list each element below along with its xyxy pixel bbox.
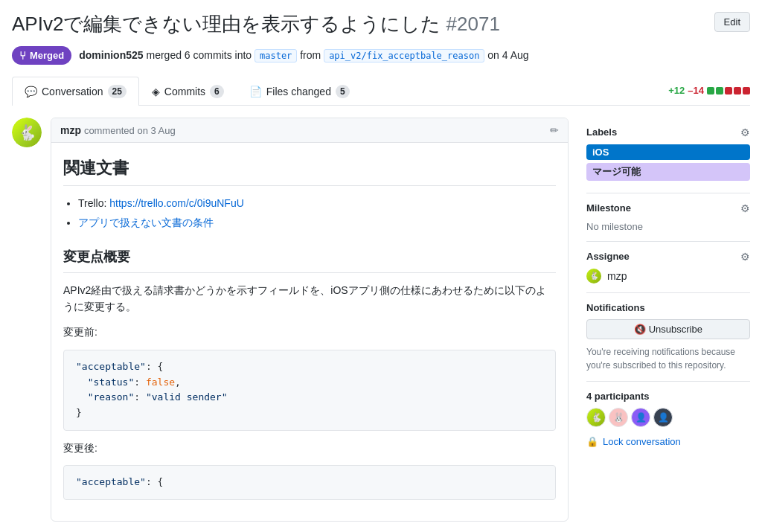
assignee-avatar: 🐇	[586, 269, 601, 283]
code-line-4: }	[76, 406, 543, 421]
code-block-after: "acceptable": {	[63, 465, 556, 500]
lock-icon: 🔒	[586, 436, 598, 447]
status-badge-label: Merged	[30, 50, 64, 61]
notifications-section: Notifications 🔇 Unsubscribe You're recei…	[586, 293, 750, 382]
unsubscribe-button[interactable]: 🔇 Unsubscribe	[586, 319, 750, 339]
participant-2: 🐰	[609, 408, 628, 427]
assignee-header: Assignee ⚙	[586, 251, 750, 263]
pr-title-text: APIv2で編集できない理由を表示するようにした	[12, 13, 441, 35]
deletions-count: –14	[688, 85, 704, 96]
conversation-count: 25	[108, 85, 127, 98]
condition-link[interactable]: アプリで扱えない文書の条件	[78, 217, 214, 228]
reference-item-2: アプリで扱えない文書の条件	[78, 214, 556, 231]
base-branch: master	[254, 49, 297, 63]
code-line-2: "status": false,	[76, 375, 543, 391]
participant-1: 🐇	[586, 408, 606, 427]
trello-link[interactable]: https://trello.com/c/0i9uNFuU	[109, 197, 244, 209]
pr-title: APIv2で編集できない理由を表示するようにした #2071	[12, 12, 702, 37]
tab-files-changed[interactable]: 📄 Files changed 5	[237, 77, 362, 106]
labels-title: Labels	[586, 126, 617, 138]
merge-icon: ⑂	[19, 49, 26, 62]
status-date: on 4 Aug	[487, 49, 528, 61]
comment-header: mzp commented on 3 Aug ✏	[51, 118, 568, 143]
files-count: 5	[336, 85, 350, 98]
files-tab-label: Files changed	[266, 86, 331, 97]
status-author: dominion525	[79, 49, 143, 61]
assignee-title: Assignee	[586, 251, 630, 262]
status-mid-text: merged 6 commits into	[146, 49, 252, 61]
participants-count: 4 participants	[586, 391, 750, 402]
files-icon: 📄	[249, 86, 262, 97]
label-merge: マージ可能	[586, 163, 750, 181]
commits-tab-label: Commits	[164, 86, 205, 97]
avatar-image: 🐇	[12, 118, 42, 147]
main-content: 🐇 mzp commented on 3 Aug ✏ 関連文書	[12, 118, 569, 532]
additions-count: +12	[668, 85, 685, 96]
trello-prefix: Trello:	[78, 197, 109, 209]
comment-edit-icon[interactable]: ✏	[550, 124, 559, 136]
notifications-header: Notifications	[586, 302, 750, 313]
notifications-title: Notifications	[586, 302, 645, 313]
diff-block-1	[707, 87, 714, 94]
diff-block-3	[725, 87, 732, 94]
comment-date: commented on 3 Aug	[84, 125, 176, 136]
head-branch: api_v2/fix_acceptbale_reason	[324, 49, 484, 63]
milestone-title: Milestone	[586, 202, 631, 214]
label-ios: iOS	[586, 144, 750, 160]
code-after-line-1: "acceptable": {	[76, 475, 543, 490]
section1-heading: 関連文書	[63, 155, 556, 186]
lock-label: Lock conversation	[603, 436, 681, 447]
code-block-before: "acceptable": { "status": false, "reason…	[63, 350, 556, 431]
assignee-row: 🐇 mzp	[586, 269, 750, 283]
section2-heading: 変更点概要	[63, 246, 556, 273]
labels-gear-icon[interactable]: ⚙	[740, 126, 750, 138]
milestone-section: Milestone ⚙ No milestone	[586, 193, 750, 242]
code-line-1: "acceptable": {	[76, 359, 543, 375]
before-label: 変更前:	[63, 324, 556, 340]
comment-meta: mzp commented on 3 Aug	[60, 124, 176, 136]
commits-count: 6	[210, 85, 224, 98]
avatar: 🐇	[12, 118, 42, 147]
edit-button[interactable]: Edit	[714, 12, 750, 32]
notification-text: You're receiving notifications because y…	[586, 345, 750, 372]
participant-3: 👤	[631, 408, 650, 427]
tabs-bar: 💬 Conversation 25 ◈ Commits 6 📄 Files ch…	[12, 77, 750, 106]
assignee-gear-icon[interactable]: ⚙	[740, 251, 750, 263]
labels-list: iOS マージ可能	[586, 144, 750, 184]
after-label: 変更後:	[63, 440, 556, 456]
tab-conversation[interactable]: 💬 Conversation 25	[12, 77, 139, 106]
merged-badge: ⑂ Merged	[12, 46, 71, 65]
status-from-text: from	[300, 49, 324, 61]
comment-author: mzp	[60, 124, 81, 136]
reference-item-1: Trello: https://trello.com/c/0i9uNFuU	[78, 195, 556, 211]
conversation-icon: 💬	[25, 86, 37, 97]
diff-blocks	[707, 87, 750, 94]
labels-section: Labels ⚙ iOS マージ可能	[586, 118, 750, 193]
comment-body: 関連文書 Trello: https://trello.com/c/0i9uNF…	[51, 143, 568, 521]
diff-stats: +12 –14	[668, 79, 750, 102]
pr-number: #2071	[446, 13, 500, 35]
participant-4: 👤	[653, 408, 673, 427]
body-paragraph: APIv2経由で扱える請求書かどうかを示すフィールドを、iOSアプリ側の仕様にあ…	[63, 282, 556, 315]
tab-commits[interactable]: ◈ Commits 6	[139, 77, 237, 106]
sidebar: Labels ⚙ iOS マージ可能 Milestone ⚙ No milest…	[586, 118, 750, 532]
comment-box: mzp commented on 3 Aug ✏ 関連文書 Trello: ht…	[51, 118, 569, 522]
labels-header: Labels ⚙	[586, 126, 750, 138]
code-line-3: "reason": "valid sender"	[76, 390, 543, 406]
participants-section: 4 participants 🐇 🐰 👤 👤 🔒 Lock conversati…	[586, 382, 750, 456]
diff-block-4	[734, 87, 741, 94]
conversation-tab-label: Conversation	[42, 86, 103, 97]
milestone-header: Milestone ⚙	[586, 202, 750, 214]
participants-avatars: 🐇 🐰 👤 👤	[586, 408, 750, 427]
assignee-name: mzp	[607, 270, 627, 282]
assignee-section: Assignee ⚙ 🐇 mzp	[586, 242, 750, 293]
pr-status-bar: ⑂ Merged dominion525 merged 6 commits in…	[12, 46, 750, 65]
lock-conversation[interactable]: 🔒 Lock conversation	[586, 436, 750, 447]
main-layout: 🐇 mzp commented on 3 Aug ✏ 関連文書	[12, 118, 750, 532]
commits-icon: ◈	[152, 86, 160, 97]
status-description: dominion525 merged 6 commits into master…	[79, 49, 528, 61]
milestone-gear-icon[interactable]: ⚙	[740, 202, 750, 214]
pr-header: APIv2で編集できない理由を表示するようにした #2071 Edit	[12, 12, 750, 37]
reference-list: Trello: https://trello.com/c/0i9uNFuU アプ…	[78, 195, 556, 231]
diff-block-2	[716, 87, 723, 94]
